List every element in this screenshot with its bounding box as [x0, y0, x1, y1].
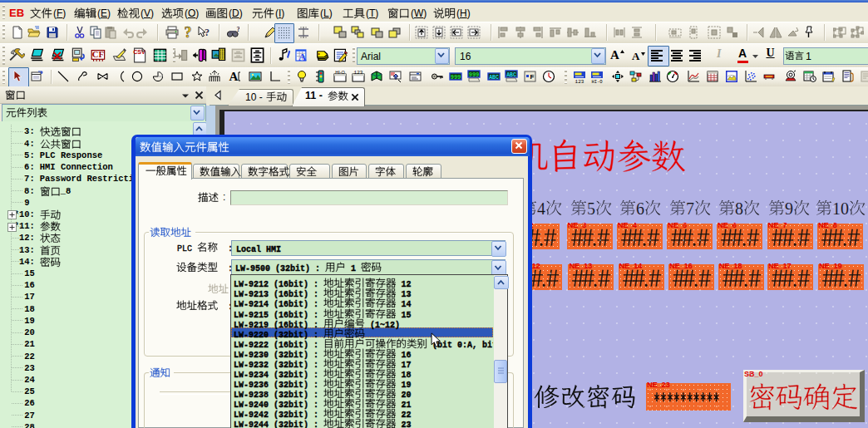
svg-text:A: A [229, 70, 239, 83]
svg-text:PLC: PLC [177, 244, 192, 253]
svg-text:HI-O: HI-O [335, 70, 345, 75]
svg-text:(32bit): (32bit) [275, 263, 310, 273]
svg-text::: : [228, 264, 233, 273]
svg-text:0:A,: 0:A, [457, 341, 477, 350]
svg-text:HMI: HMI [266, 244, 281, 253]
svg-text:LW-9500: LW-9500 [235, 263, 270, 273]
svg-text:CF: CF [91, 49, 104, 59]
svg-text::: : [313, 421, 318, 428]
svg-text:(32bit): (32bit) [274, 421, 308, 428]
svg-text:ABC: ABC [489, 75, 499, 81]
svg-text:A: A [298, 51, 306, 63]
svg-text:(1~12): (1~12) [370, 321, 400, 330]
svg-text:LW-9244: LW-9244 [234, 421, 269, 428]
svg-text:?: ? [205, 27, 210, 38]
svg-text:999: 999 [451, 74, 461, 81]
svg-text:CSV: CSV [133, 49, 145, 56]
svg-text:999: 999 [469, 71, 480, 78]
svg-text:15: 15 [401, 310, 411, 319]
svg-text:Local: Local [236, 244, 261, 253]
svg-text::: : [228, 244, 233, 253]
svg-text:1: 1 [351, 263, 356, 273]
svg-text:?: ? [185, 26, 192, 39]
svg-text:HI-O: HI-O [591, 79, 603, 84]
svg-text::: : [315, 263, 320, 273]
svg-text:?: ? [237, 26, 240, 33]
svg-text:F: F [530, 73, 535, 81]
svg-text:123: 123 [575, 79, 584, 84]
svg-text:bit: bit [482, 341, 493, 350]
svg-text:A: A [610, 48, 619, 61]
svg-text:ABC: ABC [506, 72, 516, 78]
svg-text:23: 23 [401, 421, 411, 428]
svg-text:A: A [632, 50, 640, 62]
svg-text:123: 123 [354, 70, 363, 76]
